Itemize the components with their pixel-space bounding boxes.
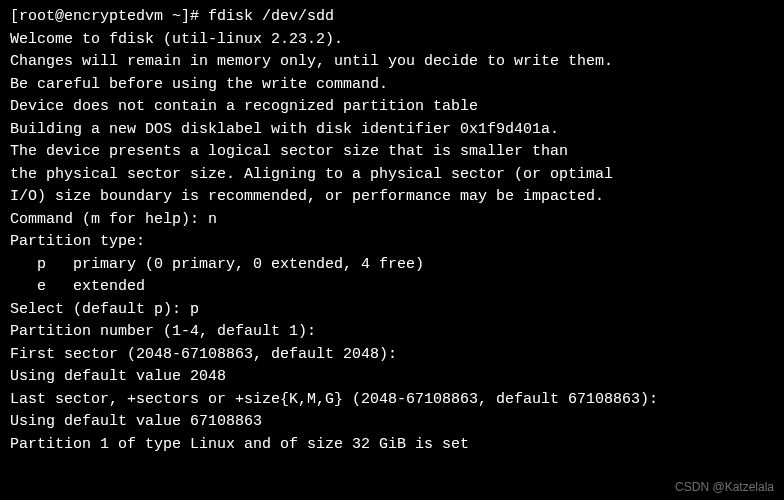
terminal-line: Partition 1 of type Linux and of size 32… bbox=[10, 434, 774, 457]
terminal-line: The device presents a logical sector siz… bbox=[10, 141, 774, 164]
terminal-line: Partition type: bbox=[10, 231, 774, 254]
terminal-line: Welcome to fdisk (util-linux 2.23.2). bbox=[10, 29, 774, 52]
terminal-line: Be careful before using the write comman… bbox=[10, 74, 774, 97]
terminal-line: I/O) size boundary is recommended, or pe… bbox=[10, 186, 774, 209]
terminal-line: Select (default p): p bbox=[10, 299, 774, 322]
terminal-line: First sector (2048-67108863, default 204… bbox=[10, 344, 774, 367]
terminal-line: e extended bbox=[10, 276, 774, 299]
terminal-line: [root@encryptedvm ~]# fdisk /dev/sdd bbox=[10, 6, 774, 29]
terminal-line: Command (m for help): n bbox=[10, 209, 774, 232]
terminal-line: p primary (0 primary, 0 extended, 4 free… bbox=[10, 254, 774, 277]
terminal-line: Device does not contain a recognized par… bbox=[10, 96, 774, 119]
watermark-text: CSDN @Katzelala bbox=[675, 478, 774, 496]
terminal-output[interactable]: [root@encryptedvm ~]# fdisk /dev/sdd Wel… bbox=[10, 6, 774, 456]
terminal-line: Changes will remain in memory only, unti… bbox=[10, 51, 774, 74]
terminal-line: Last sector, +sectors or +size{K,M,G} (2… bbox=[10, 389, 774, 412]
terminal-line: Building a new DOS disklabel with disk i… bbox=[10, 119, 774, 142]
terminal-line: Using default value 2048 bbox=[10, 366, 774, 389]
terminal-line: the physical sector size. Aligning to a … bbox=[10, 164, 774, 187]
terminal-line: Partition number (1-4, default 1): bbox=[10, 321, 774, 344]
terminal-line: Using default value 67108863 bbox=[10, 411, 774, 434]
